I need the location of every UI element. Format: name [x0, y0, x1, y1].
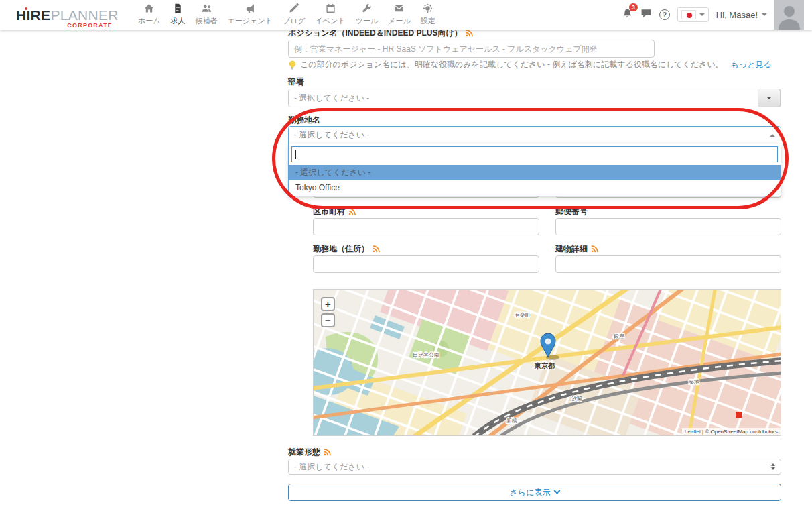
navbar-right-cluster: 3 ? Hi, Masae!	[622, 0, 804, 30]
nav-item-candidates[interactable]: 候補者	[196, 3, 218, 26]
select-arrows-icon	[771, 463, 775, 470]
logo-corporate-text: CORPORATE	[67, 22, 113, 29]
work-location-select[interactable]: - 選択してください -	[288, 126, 781, 144]
department-selected-value: - 選択してください -	[294, 93, 369, 104]
nav-item-tools[interactable]: ツール	[356, 3, 379, 26]
employment-type-select[interactable]: - 選択してください -	[288, 459, 781, 475]
feed-icon	[373, 245, 380, 253]
user-menu[interactable]: Hi, Masae!	[716, 10, 767, 20]
main-nav: ホーム 求人 候補者 エージェント ブログ イベント ツール メール	[138, 3, 435, 26]
nav-label: 設定	[421, 16, 435, 26]
text-cursor	[295, 150, 296, 159]
language-selector[interactable]	[677, 7, 709, 22]
location-search-input[interactable]	[291, 146, 778, 162]
calendar-icon	[326, 3, 336, 15]
chevron-down-icon	[766, 97, 772, 99]
map-label-yurakucho: 有楽町	[515, 312, 531, 318]
japan-flag-icon	[681, 10, 696, 19]
map-zoom-out-button[interactable]: −	[321, 313, 335, 327]
nav-label: ブログ	[283, 16, 306, 26]
department-dropdown-button[interactable]	[758, 89, 781, 107]
work-location-selected-value: - 選択してください -	[294, 129, 369, 141]
home-icon	[144, 3, 154, 15]
location-option-placeholder[interactable]: - 選択してください -	[289, 165, 781, 180]
city-label: 区市町村	[313, 206, 356, 217]
nav-item-events[interactable]: イベント	[316, 3, 346, 26]
position-hint: この部分のポジション名には、明確な役職のみを記載してください - 例えば名刺に記…	[288, 59, 772, 70]
address-label: 勤務地（住所）	[313, 243, 380, 255]
user-greeting: Hi, Masae!	[716, 10, 758, 20]
logo-red-dot	[25, 7, 27, 10]
megaphone-icon	[245, 3, 255, 15]
chevron-down-icon	[762, 13, 767, 16]
leaflet-link[interactable]: Leaflet	[685, 429, 701, 435]
logo-hire-text: HIRE	[16, 7, 50, 23]
feed-icon	[348, 208, 356, 215]
work-location-label: 勤務地名	[288, 115, 320, 126]
nav-item-mail[interactable]: メール	[388, 3, 411, 26]
show-more-label: さらに表示	[510, 487, 551, 498]
postal-code-input[interactable]	[555, 218, 781, 235]
help-button[interactable]: ?	[659, 9, 670, 20]
dropdown-search-wrap	[289, 144, 781, 165]
nav-label: メール	[388, 16, 411, 26]
map-canvas: 東京都 日比谷公園 銀座 築地 新橋 汐留 有楽町	[314, 290, 781, 436]
city-input[interactable]	[313, 218, 539, 235]
location-option-tokyo-office[interactable]: Tokyo Office	[289, 180, 781, 196]
top-navbar: HIREPLANNER CORPORATE ホーム 求人 候補者 エージェント …	[0, 0, 812, 30]
notifications-button[interactable]: 3	[622, 8, 633, 22]
notification-badge: 3	[629, 3, 638, 11]
map-label-shiodome: 汐留	[571, 396, 582, 402]
see-more-link[interactable]: もっと見る	[731, 59, 772, 70]
wrench-icon	[362, 3, 372, 15]
hireplanner-logo[interactable]: HIREPLANNER CORPORATE	[16, 8, 115, 22]
feed-icon	[466, 30, 473, 37]
nav-item-blog[interactable]: ブログ	[283, 3, 306, 26]
nav-label: ホーム	[138, 16, 161, 26]
map-label-tsukiji: 築地	[689, 379, 699, 385]
lightbulb-icon	[288, 60, 297, 70]
question-mark-icon: ?	[662, 11, 667, 19]
document-icon	[173, 3, 183, 15]
nav-item-settings[interactable]: 設定	[421, 3, 435, 26]
show-more-button[interactable]: さらに表示	[288, 484, 781, 501]
map-label-tokyo: 東京都	[534, 362, 555, 370]
chat-button[interactable]	[640, 8, 652, 22]
nav-item-agents[interactable]: エージェント	[228, 3, 273, 26]
user-avatar[interactable]	[774, 0, 804, 30]
location-map[interactable]: 東京都 日比谷公園 銀座 築地 新橋 汐留 有楽町 + − Leaflet | …	[313, 289, 781, 436]
map-label-ginza: 銀座	[613, 333, 624, 339]
chevron-up-icon	[770, 134, 775, 137]
nav-label: イベント	[316, 16, 346, 26]
work-location-dropdown: - 選択してください - Tokyo Office	[288, 144, 781, 196]
position-name-input[interactable]	[288, 40, 655, 58]
building-input[interactable]	[555, 255, 781, 273]
station-icon	[736, 412, 742, 418]
nav-label: エージェント	[228, 16, 273, 26]
pencil-icon	[289, 3, 299, 15]
gear-icon	[423, 3, 433, 15]
department-label: 部署	[288, 76, 304, 88]
envelope-icon	[394, 3, 404, 15]
feed-icon	[591, 245, 598, 253]
employment-type-label: 就業形態	[288, 447, 331, 458]
address-input[interactable]	[313, 255, 539, 273]
map-label-hibiya-park: 日比谷公園	[413, 352, 439, 358]
chevron-down-icon	[554, 487, 561, 494]
feed-icon	[324, 449, 331, 456]
nav-item-home[interactable]: ホーム	[138, 3, 161, 26]
map-attribution: Leaflet | © OpenStreetMap contributors	[682, 428, 781, 435]
avatar-silhouette	[774, 0, 804, 30]
chevron-down-icon	[699, 13, 705, 16]
nav-item-jobs[interactable]: 求人	[171, 3, 186, 26]
map-zoom-in-button[interactable]: +	[321, 297, 335, 311]
nav-label: 求人	[171, 16, 186, 26]
logo-planner-text: PLANNER	[50, 7, 118, 23]
chat-bubble-icon	[640, 8, 652, 22]
hint-text: この部分のポジション名には、明確な役職のみを記載してください - 例えば名刺に記…	[300, 59, 724, 70]
building-label: 建物詳細	[555, 243, 598, 255]
users-icon	[202, 3, 212, 15]
department-select[interactable]: - 選択してください -	[288, 89, 781, 107]
map-label-shimbashi: 新橋	[506, 418, 517, 424]
postal-code-label: 郵便番号	[555, 206, 588, 217]
